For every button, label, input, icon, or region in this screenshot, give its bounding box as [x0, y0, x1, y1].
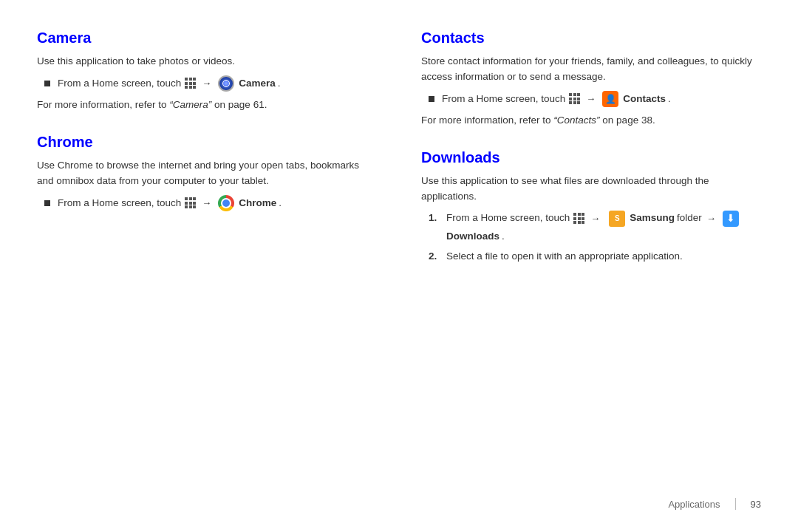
camera-description: Use this application to take photos or v… [37, 54, 377, 69]
samsung-folder-icon: S [609, 211, 625, 227]
arrow-icon-downloads-1: → [590, 211, 600, 226]
chrome-bullet-prefix: From a Home screen, touch [58, 197, 181, 208]
chrome-bullet: From a Home screen, touch → Chrome. [44, 195, 377, 211]
contacts-title: Contacts [421, 30, 761, 47]
downloads-title: Downloads [421, 149, 761, 166]
arrow-icon-contacts: → [586, 93, 596, 104]
camera-title: Camera [37, 30, 377, 47]
folder-suffix: folder [677, 211, 702, 226]
camera-app-icon [218, 75, 234, 92]
right-column: Contacts Store contact information for y… [421, 30, 761, 491]
contacts-description: Store contact information for your frien… [421, 54, 761, 85]
chrome-bullet-text: From a Home screen, touch → Chrome. [58, 195, 282, 211]
downloads-app-label: Downloads [446, 229, 499, 245]
downloads-description: Use this application to see what files a… [421, 174, 761, 205]
contacts-bullet: From a Home screen, touch → Contacts. [429, 91, 761, 107]
camera-bullet: From a Home screen, touch → Camera. [44, 75, 377, 92]
step-1-num: 1. [429, 211, 440, 245]
contacts-bullet-text: From a Home screen, touch → Contacts. [442, 91, 671, 107]
step-2-num: 2. [429, 249, 440, 265]
footer-divider [735, 498, 736, 510]
page-number: 93 [751, 499, 761, 510]
downloads-step-1: 1. From a Home screen, touch → S Samsung… [429, 211, 761, 245]
grid-icon-contacts [569, 93, 580, 104]
chrome-app-icon [218, 195, 234, 211]
chrome-description: Use Chrome to browse the internet and br… [37, 158, 377, 189]
samsung-folder-label: Samsung [630, 211, 675, 226]
camera-section: Camera Use this application to take phot… [37, 30, 377, 113]
downloads-section: Downloads Use this application to see wh… [421, 149, 761, 265]
step-2-text: Select a file to open it with an appropr… [446, 249, 683, 265]
step-1-content: From a Home screen, touch → S Samsung fo… [446, 211, 761, 245]
left-column: Camera Use this application to take phot… [37, 30, 377, 491]
contacts-app-label: Contacts [623, 93, 666, 104]
chrome-section: Chrome Use Chrome to browse the internet… [37, 134, 377, 211]
page-footer: Applications 93 [37, 491, 761, 510]
downloads-app-icon: ⬇ [723, 211, 739, 227]
camera-bullet-prefix: From a Home screen, touch [58, 78, 181, 89]
content-columns: Camera Use this application to take phot… [37, 30, 761, 491]
grid-icon-chrome [185, 197, 196, 208]
camera-bullet-text: From a Home screen, touch → Camera. [58, 75, 281, 92]
footer-section-label: Applications [668, 499, 720, 510]
chrome-title: Chrome [37, 134, 377, 151]
grid-icon-camera [185, 78, 196, 89]
bullet-square-icon-contacts [429, 96, 434, 102]
arrow-icon-downloads-2: → [706, 211, 716, 226]
camera-app-label: Camera [239, 78, 276, 89]
bullet-square-icon [44, 81, 50, 86]
camera-reference-link: “Camera” [169, 99, 211, 110]
page-container: Camera Use this application to take phot… [0, 0, 798, 532]
contacts-app-icon [602, 91, 618, 107]
contacts-bullet-prefix: From a Home screen, touch [442, 93, 565, 104]
camera-reference: For more information, refer to “Camera” … [37, 98, 377, 113]
contacts-section: Contacts Store contact information for y… [421, 30, 761, 129]
arrow-icon-camera-1: → [202, 78, 211, 89]
contacts-reference: For more information, refer to “Contacts… [421, 113, 761, 129]
bullet-square-icon-chrome [44, 200, 50, 206]
arrow-icon-chrome: → [202, 197, 211, 208]
downloads-step-2: 2. Select a file to open it with an appr… [429, 249, 761, 265]
chrome-app-label: Chrome [239, 197, 276, 208]
step-1-prefix: From a Home screen, touch [446, 211, 570, 226]
contacts-reference-link: “Contacts” [553, 115, 599, 126]
grid-icon-downloads [573, 213, 584, 224]
